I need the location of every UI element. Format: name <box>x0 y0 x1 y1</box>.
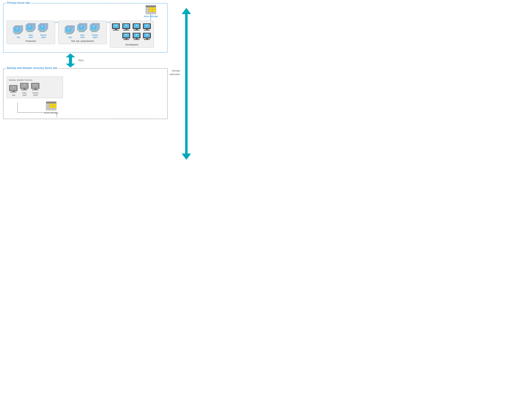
backup-zone-label: Backup and disaster recovery Azure site <box>6 67 58 70</box>
backup-zone: Backup and disaster recovery Azure site … <box>3 68 168 119</box>
backup-app-vm: App <box>9 85 18 96</box>
svg-rect-195 <box>133 39 140 40</box>
azure-storage-backup: Azure Storage <box>44 101 58 114</box>
backup-db-label: Data-base <box>22 92 27 96</box>
storage-primary-label: Azure Storage <box>144 15 158 18</box>
svg-rect-201 <box>146 38 148 39</box>
storage-replication-label: Storage replication <box>170 69 180 76</box>
production-db-vm: Data-base <box>25 23 36 38</box>
svg-marker-205 <box>66 64 75 68</box>
backup-sysmgmt-vm: Systemmgmt <box>31 83 40 96</box>
svg-rect-166 <box>125 29 127 30</box>
svg-rect-173 <box>136 29 138 30</box>
svg-rect-214 <box>13 91 15 92</box>
svg-rect-48 <box>14 34 20 34</box>
sync-label: Sync <box>78 59 84 62</box>
svg-marker-1 <box>182 8 191 14</box>
svg-rect-10 <box>153 7 156 9</box>
svg-rect-167 <box>123 30 129 30</box>
test-app-vm: App <box>65 25 75 38</box>
svg-rect-3 <box>146 5 156 7</box>
svg-marker-2 <box>182 154 191 160</box>
svg-rect-111 <box>66 34 72 34</box>
development-group: Development <box>110 21 154 48</box>
svg-rect-228 <box>35 89 37 90</box>
storage-backup-label: Azure Storage <box>44 112 58 114</box>
test-sysmgmt-label: Systemmgmt <box>92 34 98 38</box>
svg-rect-236 <box>50 104 53 105</box>
svg-rect-9 <box>149 7 152 9</box>
svg-rect-194 <box>136 38 138 39</box>
svg-rect-188 <box>123 39 129 40</box>
svg-rect-230 <box>46 102 56 103</box>
backup-dr-group: Backup, disaster recovery <box>7 76 63 98</box>
production-app-vm: App <box>13 25 24 38</box>
backup-db-vm: Data-base <box>20 83 29 96</box>
svg-rect-187 <box>125 38 127 39</box>
svg-rect-202 <box>144 39 150 40</box>
primary-zone-label: Primary Azure site <box>6 1 31 5</box>
svg-rect-89 <box>41 30 43 31</box>
svg-rect-159 <box>115 29 117 30</box>
test-group: App Data-base <box>58 21 107 44</box>
backup-app-label: App <box>12 94 15 96</box>
svg-rect-181 <box>144 30 150 30</box>
storage-replication-arrow <box>182 8 191 160</box>
backup-content: Backup, disaster recovery <box>7 76 164 114</box>
svg-rect-215 <box>10 92 16 92</box>
primary-zone: Primary Azure site Azure St <box>3 3 168 53</box>
svg-rect-12 <box>153 10 156 12</box>
sync-arrow <box>64 53 77 68</box>
svg-rect-238 <box>50 106 53 108</box>
svg-rect-152 <box>93 30 95 31</box>
svg-rect-110 <box>68 33 70 34</box>
svg-rect-203 <box>69 57 72 64</box>
svg-rect-11 <box>149 10 152 12</box>
svg-marker-204 <box>66 53 75 57</box>
test-db-label: Data-base <box>80 34 85 38</box>
svg-rect-239 <box>53 106 56 108</box>
svg-rect-221 <box>24 89 26 90</box>
svg-rect-237 <box>53 104 56 105</box>
svg-rect-47 <box>16 33 18 34</box>
svg-rect-180 <box>146 29 148 30</box>
azure-storage-primary: Azure Storage <box>144 5 158 18</box>
svg-rect-68 <box>29 30 31 31</box>
backup-sysmgmt-label: Systemmgmt <box>32 92 39 96</box>
svg-rect-132 <box>78 31 84 32</box>
svg-rect-90 <box>39 31 45 32</box>
production-db-label: Data-base <box>29 34 33 38</box>
svg-rect-222 <box>21 90 27 90</box>
test-app-label: App <box>68 36 72 38</box>
svg-rect-69 <box>27 31 33 32</box>
svg-rect-153 <box>91 31 97 32</box>
diagram-container: Storage replication Primary Azure site <box>3 3 200 166</box>
svg-rect-0 <box>185 13 188 155</box>
production-sysmgmt-label: Systemmgmt <box>40 34 46 38</box>
test-sysmgmt-vm: Systemmgmt <box>89 23 101 38</box>
svg-rect-229 <box>32 90 38 90</box>
backup-dr-label: Backup, disaster recovery <box>9 79 61 81</box>
test-db-vm: Data-base <box>77 23 88 38</box>
svg-rect-174 <box>133 30 140 30</box>
production-label: Production <box>26 40 36 42</box>
test-label: Test, QA, preproduction <box>71 40 94 42</box>
production-sysmgmt-vm: Systemmgmt <box>38 23 49 38</box>
production-group: App <box>7 21 55 44</box>
svg-rect-131 <box>81 30 82 31</box>
development-label: Development <box>125 43 139 46</box>
svg-rect-160 <box>113 30 119 30</box>
sync-area: Sync <box>3 53 168 68</box>
production-app-label: App <box>17 36 20 38</box>
